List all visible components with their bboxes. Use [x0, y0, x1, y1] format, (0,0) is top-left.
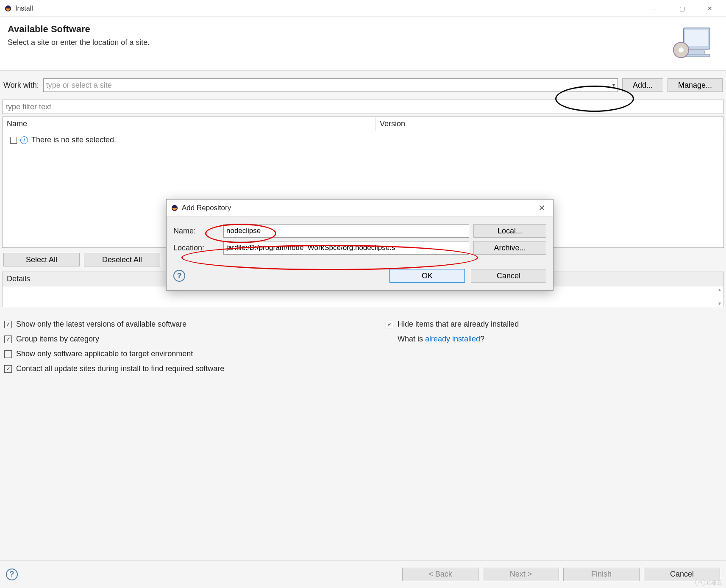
options-grid: ✓ Show only the latest versions of avail…	[0, 307, 726, 386]
watermark: ⊙ 亿速云	[693, 579, 722, 586]
scroll-up-icon[interactable]: ▲	[718, 287, 722, 292]
manage-button[interactable]: Manage...	[668, 78, 723, 92]
back-button[interactable]: < Back	[402, 568, 478, 581]
dialog-name-label: Name:	[173, 227, 219, 236]
header-area: Available Software Select a site or ente…	[0, 17, 726, 71]
dialog-title: Add Repository	[182, 204, 535, 212]
help-icon[interactable]: ?	[173, 270, 185, 282]
info-icon: i	[20, 136, 28, 144]
what-is-prefix: What is	[398, 335, 425, 343]
page-subtitle: Select a site or enter the location of a…	[8, 38, 672, 47]
dialog-location-label: Location:	[173, 244, 219, 252]
chevron-down-icon: ▾	[612, 82, 615, 88]
tree-header: Name Version	[3, 117, 723, 131]
page-title: Available Software	[8, 24, 672, 35]
checkbox-checked-icon[interactable]: ✓	[386, 321, 393, 328]
dialog-name-row: Name: Local...	[173, 224, 546, 238]
option-target-label: Show only software applicable to target …	[16, 349, 193, 358]
ok-button[interactable]: OK	[389, 269, 465, 283]
help-icon[interactable]: ?	[6, 569, 18, 580]
window-controls: — ▢ ✕	[645, 2, 719, 15]
work-with-label: Work with:	[3, 81, 39, 90]
checkbox-unchecked-icon[interactable]	[4, 350, 12, 358]
checkbox-checked-icon[interactable]: ✓	[4, 336, 12, 343]
already-installed-link[interactable]: already installed	[425, 335, 480, 343]
dialog-titlebar: Add Repository ✕	[167, 200, 553, 216]
archive-button[interactable]: Archive...	[473, 241, 546, 255]
dialog-cancel-button[interactable]: Cancel	[471, 269, 546, 283]
option-contact-label: Contact all update sites during install …	[16, 364, 224, 373]
maximize-button[interactable]: ▢	[673, 2, 691, 15]
checkbox-checked-icon[interactable]: ✓	[4, 321, 12, 328]
option-group-label: Group items by category	[16, 335, 99, 344]
work-with-row: Work with: type or select a site ▾ Add..…	[0, 71, 726, 100]
option-target[interactable]: Show only software applicable to target …	[4, 349, 373, 358]
option-latest[interactable]: ✓ Show only the latest versions of avail…	[4, 320, 373, 329]
watermark-text: 亿速云	[707, 580, 722, 585]
scroll-down-icon[interactable]: ▼	[718, 301, 722, 306]
checkbox-icon[interactable]	[10, 137, 17, 144]
checkbox-checked-icon[interactable]: ✓	[4, 365, 12, 373]
svg-rect-3	[689, 51, 705, 54]
option-contact[interactable]: ✓ Contact all update sites during instal…	[4, 364, 373, 373]
minimize-button[interactable]: —	[645, 2, 663, 15]
option-hide[interactable]: ✓ Hide items that are already installed	[386, 320, 722, 329]
option-hide-label: Hide items that are already installed	[398, 320, 519, 329]
dialog-footer: ? OK Cancel	[167, 261, 553, 290]
dialog-name-input[interactable]	[223, 224, 469, 238]
deselect-all-button[interactable]: Deselect All	[84, 253, 160, 266]
local-button[interactable]: Local...	[473, 224, 546, 238]
work-with-combo[interactable]: type or select a site ▾	[43, 78, 618, 92]
watermark-logo-icon: ⊙	[695, 579, 705, 586]
what-is-installed: What is already installed?	[398, 335, 722, 344]
column-version[interactable]: Version	[376, 117, 596, 131]
close-button[interactable]: ✕	[701, 2, 719, 15]
filter-input[interactable]	[2, 100, 724, 114]
dialog-close-icon[interactable]: ✕	[535, 203, 549, 213]
option-group[interactable]: ✓ Group items by category	[4, 335, 373, 344]
finish-button[interactable]: Finish	[563, 568, 640, 581]
add-button[interactable]: Add...	[622, 78, 663, 92]
titlebar: Install — ▢ ✕	[0, 0, 726, 17]
next-button[interactable]: Next >	[483, 568, 559, 581]
install-wizard-icon	[672, 24, 714, 62]
footer: ? < Back Next > Finish Cancel	[0, 560, 726, 588]
what-is-suffix: ?	[480, 335, 484, 343]
svg-rect-2	[685, 30, 708, 46]
eclipse-icon	[4, 5, 12, 12]
window-title: Install	[15, 5, 645, 12]
option-latest-label: Show only the latest versions of availab…	[16, 320, 186, 329]
tree-row-nosite: i There is no site selected.	[10, 136, 716, 144]
column-spacer	[596, 117, 723, 131]
svg-point-6	[679, 47, 684, 53]
dialog-location-row: Location: Archive...	[173, 241, 546, 255]
add-repository-dialog: Add Repository ✕ Name: Local... Location…	[166, 199, 554, 291]
dialog-location-input[interactable]	[223, 241, 469, 255]
work-with-placeholder: type or select a site	[46, 81, 112, 90]
select-all-button[interactable]: Select All	[3, 253, 80, 266]
eclipse-icon	[171, 204, 178, 212]
column-name[interactable]: Name	[3, 117, 376, 131]
no-site-text: There is no site selected.	[31, 136, 116, 144]
